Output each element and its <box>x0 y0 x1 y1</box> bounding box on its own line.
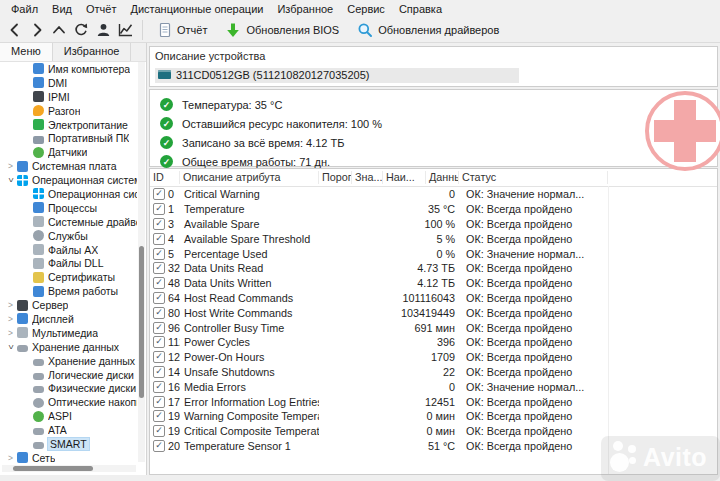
sidebar-item[interactable]: IPMI <box>0 90 137 104</box>
scrollbar-thumb[interactable] <box>13 466 93 471</box>
bios-updates-button[interactable]: Обновления BIOS <box>216 20 348 40</box>
row-checkbox[interactable] <box>153 188 165 200</box>
sidebar-item[interactable]: >Сеть <box>0 451 137 463</box>
tab-favorites[interactable]: Избранное <box>53 43 132 61</box>
menu-item[interactable]: Дистанционные операции <box>123 1 270 17</box>
sidebar-item[interactable]: SMART <box>0 437 137 451</box>
sidebar-item[interactable]: ATA <box>0 423 137 437</box>
sidebar-item[interactable]: Датчики <box>0 145 137 159</box>
row-checkbox[interactable] <box>153 336 165 348</box>
row-checkbox[interactable] <box>153 233 165 245</box>
sidebar-item[interactable]: Физические диски <box>0 381 137 395</box>
up-button[interactable] <box>48 20 70 40</box>
expander-icon[interactable]: > <box>6 174 16 187</box>
forward-button[interactable] <box>26 20 48 40</box>
row-checkbox[interactable] <box>153 381 165 393</box>
sidebar-item[interactable]: Электропитание <box>0 118 137 132</box>
sidebar-horizontal-scrollbar[interactable] <box>2 465 136 472</box>
sidebar-item[interactable]: Файлы AX <box>0 243 137 257</box>
table-row[interactable]: 5Percentage Used0 %ОК: Значение нормал..… <box>150 246 717 261</box>
expander-icon[interactable]: > <box>4 161 17 171</box>
user-button[interactable] <box>92 20 114 40</box>
driver-updates-button[interactable]: Обновления драйверов <box>348 20 508 40</box>
row-checkbox[interactable] <box>153 366 165 378</box>
sidebar-item[interactable]: >Операционная система <box>0 173 137 187</box>
graph-button[interactable] <box>114 20 136 40</box>
row-checkbox[interactable] <box>153 396 165 408</box>
expander-icon[interactable]: > <box>4 328 17 338</box>
row-checkbox[interactable] <box>153 218 165 230</box>
table-row[interactable]: 3Available Spare100 %ОК: Всегда пройдено <box>150 217 717 232</box>
tab-menu[interactable]: Меню <box>0 43 53 61</box>
scrollbar-thumb[interactable] <box>139 246 144 398</box>
sidebar-item[interactable]: Время работы <box>0 284 137 298</box>
row-checkbox[interactable] <box>153 307 165 319</box>
row-checkbox[interactable] <box>153 248 165 260</box>
row-checkbox[interactable] <box>153 277 165 289</box>
table-row[interactable]: 64Host Read Commands101116043ОК: Всегда … <box>150 291 717 306</box>
menu-item[interactable]: Избранное <box>270 1 340 17</box>
column-header[interactable]: Описание атрибута <box>180 171 319 184</box>
menu-item[interactable]: Вид <box>45 1 79 17</box>
sidebar-item[interactable]: ASPI <box>0 409 137 423</box>
sidebar-item[interactable]: Имя компьютера <box>0 62 137 76</box>
column-header[interactable]: Данные <box>426 171 459 184</box>
table-row[interactable]: 48Data Units Written4.12 ТБОК: Всегда пр… <box>150 276 717 291</box>
menu-item[interactable]: Справка <box>392 1 449 17</box>
sidebar-item[interactable]: Портативный ПК <box>0 131 137 145</box>
table-row[interactable]: 4Available Spare Threshold5 %ОК: Всегда … <box>150 231 717 246</box>
column-header[interactable]: ID <box>150 171 180 184</box>
report-button[interactable]: Отчёт <box>149 20 216 40</box>
column-header[interactable]: Наи... <box>383 171 426 184</box>
table-row[interactable]: 192Warning Composite Temperatu...0 минОК… <box>150 409 717 424</box>
table-row[interactable]: 80Host Write Commands103419449ОК: Всегда… <box>150 305 717 320</box>
sidebar-item[interactable]: Сертификаты <box>0 270 137 284</box>
refresh-button[interactable] <box>70 20 92 40</box>
row-checkbox[interactable] <box>153 203 165 215</box>
sidebar-item[interactable]: Файлы DLL <box>0 256 137 270</box>
table-row[interactable]: 128Power-On Hours1709ОК: Всегда пройдено <box>150 350 717 365</box>
row-checkbox[interactable] <box>153 440 165 452</box>
row-checkbox[interactable] <box>153 351 165 363</box>
row-checkbox[interactable] <box>153 410 165 422</box>
sidebar-item[interactable]: >Дисплей <box>0 312 137 326</box>
sidebar-item[interactable]: >Хранение данных <box>0 340 137 354</box>
sidebar-item[interactable]: >Сервер <box>0 298 137 312</box>
expander-icon[interactable]: > <box>4 453 17 463</box>
row-checkbox[interactable] <box>153 322 165 334</box>
sidebar-item[interactable]: Логические диски <box>0 368 137 382</box>
table-row[interactable]: 32Data Units Read4.73 ТБОК: Всегда пройд… <box>150 261 717 276</box>
menu-item[interactable]: Сервис <box>340 1 392 17</box>
back-button[interactable] <box>4 20 26 40</box>
sidebar-item[interactable]: Хранение данных Windows <box>0 354 137 368</box>
sidebar-item[interactable]: Операционная система <box>0 187 137 201</box>
row-checkbox[interactable] <box>153 262 165 274</box>
expander-icon[interactable]: > <box>4 314 17 324</box>
sidebar-item[interactable]: Системные драйверы <box>0 215 137 229</box>
table-row[interactable]: 1Temperature35 °CОК: Всегда пройдено <box>150 202 717 217</box>
sidebar-item[interactable]: Оптические накопители <box>0 395 137 409</box>
table-row[interactable]: 160Media Errors0ОК: Значение нормал... <box>150 379 717 394</box>
menu-item[interactable]: Отчёт <box>79 1 123 17</box>
column-header[interactable]: Зна... <box>352 171 383 184</box>
sidebar-vertical-scrollbar[interactable] <box>138 62 145 462</box>
row-checkbox[interactable] <box>153 292 165 304</box>
table-row[interactable]: 96Controller Busy Time691 минОК: Всегда … <box>150 320 717 335</box>
menu-item[interactable]: Файл <box>4 1 45 17</box>
sidebar-item[interactable]: Разгон <box>0 104 137 118</box>
sidebar-item[interactable]: DMI <box>0 76 137 90</box>
sidebar-item[interactable]: >Мультимедиа <box>0 326 137 340</box>
table-row[interactable]: 0Critical Warning0ОК: Значение нормал... <box>150 187 717 202</box>
expander-icon[interactable]: > <box>4 300 17 310</box>
column-header[interactable]: Порог <box>319 171 352 184</box>
sidebar-item[interactable]: Службы <box>0 229 137 243</box>
row-checkbox[interactable] <box>153 425 165 437</box>
column-header[interactable]: Статус <box>459 171 608 184</box>
sidebar-item[interactable]: Процессы <box>0 201 137 215</box>
table-row[interactable]: 112Power Cycles396ОК: Всегда пройдено <box>150 335 717 350</box>
device-item[interactable]: 311CD0512GB (511210820127035205) <box>155 68 519 83</box>
table-row[interactable]: 176Error Information Log Entries12451ОК:… <box>150 394 717 409</box>
table-row[interactable]: 144Unsafe Shutdowns22ОК: Всегда пройдено <box>150 365 717 380</box>
sidebar-item[interactable]: >Системная плата <box>0 159 137 173</box>
expander-icon[interactable]: > <box>6 340 16 353</box>
